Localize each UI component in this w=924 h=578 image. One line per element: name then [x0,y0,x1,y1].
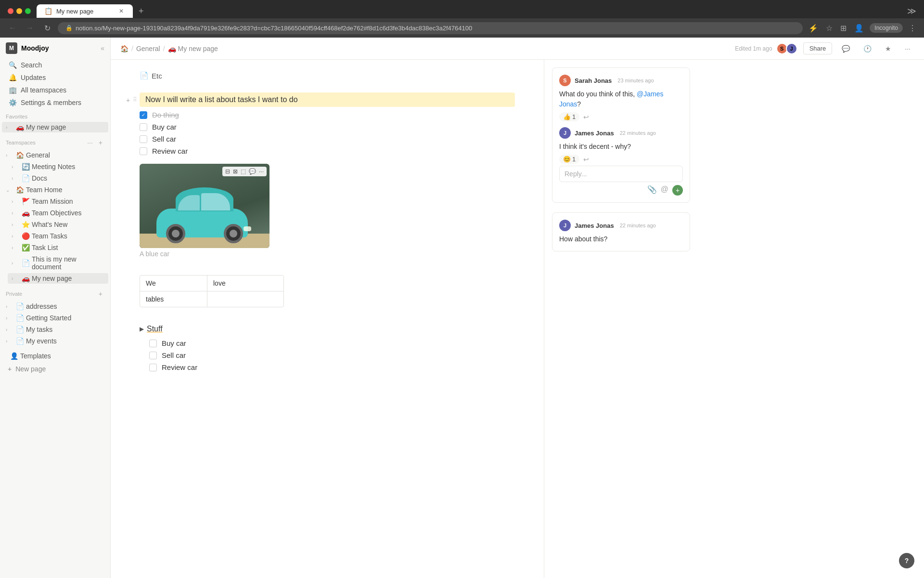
search-label: Search [21,61,42,69]
table-cell-0-1[interactable]: love [207,276,275,291]
mention-button[interactable]: @ [661,185,668,196]
comment-sarah-header: S Sarah Jonas 23 minutes ago [559,75,683,86]
sidebar-item-new-document[interactable]: › 📄 This is my new document [8,254,108,272]
comment-button[interactable]: 💬 [838,43,854,54]
car-image[interactable]: ⊟ ⊠ ⬚ 💬 ··· [140,164,270,248]
add-reaction-button-sarah[interactable]: ↩ [583,113,589,121]
todo-checkbox-2[interactable] [140,135,147,143]
smile-reaction[interactable]: 😊 1 [559,155,579,164]
profile-button[interactable]: 👤 [852,22,866,35]
comment-body-james: I think it's decent - why? [559,142,683,152]
sidebar-item-addresses[interactable]: › 📄 addresses [2,301,108,312]
help-button[interactable]: ? [899,553,914,568]
private-add-button[interactable]: + [97,289,104,299]
sidebar-item-getting-started[interactable]: › 📄 Getting Started [2,313,108,323]
search-nav-item[interactable]: 🔍 Search [3,59,107,71]
add-reaction-button-james[interactable]: ↩ [583,156,589,163]
new-tab-button[interactable]: + [135,4,148,18]
refresh-button[interactable]: ↻ [40,21,54,35]
sidebar-item-my-events[interactable]: › 📄 My events [2,336,108,346]
workspace-header[interactable]: M Moodjoy « [0,38,110,59]
toggle-todo-checkbox-2[interactable] [149,364,157,371]
todo-checkbox-1[interactable] [140,123,147,131]
tab-more-button[interactable]: ≫ [903,4,920,18]
sidebar-item-team-tasks[interactable]: › 🔴 Team Tasks [8,231,108,241]
chevron-icon: › [6,315,13,321]
history-button[interactable]: 🕐 [860,43,875,54]
sidebar-item-whats-new[interactable]: › ⭐ What's New [8,219,108,230]
expand-icon[interactable]: ⬚ [241,168,246,175]
favorite-button[interactable]: ★ [881,43,895,54]
toggle-todo-checkbox-0[interactable] [149,340,157,347]
chevron-icon: › [12,276,19,281]
attach-file-button[interactable]: 📎 [647,185,657,196]
browser-chrome: 📋 My new page ✕ + ≫ ← → ↻ 🔒 notion.so/My… [0,0,924,38]
reply-input[interactable]: Reply... [559,166,683,182]
table-cell-0-0[interactable]: We [140,276,207,291]
all-teamspaces-label: All teamspaces [21,86,66,94]
tab-close-button[interactable]: ✕ [117,7,125,15]
updates-nav-item[interactable]: 🔔 Updates [3,72,107,83]
sidebar-item-my-new-page[interactable]: › 🚗 My new page [8,273,108,284]
sidebar-item-templates[interactable]: 👤 Templates [6,351,104,361]
teamspaces-more-button[interactable]: ··· [85,138,95,147]
toggle-todo-item-2: Review car [149,362,515,372]
drag-handle[interactable]: ⠿ [133,96,137,103]
url-bar[interactable]: 🔒 notion.so/My-new-page-193190a8239a4f9d… [58,22,803,34]
close-button[interactable] [8,8,13,14]
sidebar-item-task-list[interactable]: › ✅ Task List [8,242,108,253]
sidebar-item-my-new-page-fav[interactable]: › 🚗 My new page [2,122,108,132]
sidebar-toggle[interactable]: « [101,44,104,52]
image-comment-icon[interactable]: 💬 [249,168,256,175]
extension-button[interactable]: ⚡ [807,22,820,35]
my-tasks-icon: 📄 [15,326,24,333]
new-document-label: This is my new document [32,255,104,271]
teamspaces-add-button[interactable]: + [97,138,104,147]
breadcrumb-section[interactable]: General [136,45,160,53]
back-button[interactable]: ← [6,21,19,35]
add-block-button[interactable]: + [126,96,130,104]
sidebar-item-general[interactable]: › 🏠 General [2,150,108,160]
todo-checkbox-3[interactable] [140,147,147,155]
favorites-section-header: Favorites [0,109,110,121]
star-button[interactable]: ☆ [824,22,834,35]
plus-icon: + [8,365,12,373]
standalone-body: How about this? [559,234,683,244]
menu-button[interactable]: ⋮ [907,22,918,35]
maximize-button[interactable] [25,8,31,14]
toggle-todo-checkbox-1[interactable] [149,352,157,359]
table-row-0: We love [140,276,283,291]
settings-nav-item[interactable]: ⚙️ Settings & members [3,97,107,108]
forward-button[interactable]: → [23,21,37,35]
new-page-button[interactable]: + New page [6,363,104,375]
todo-checkbox-0[interactable]: ✓ [140,111,147,119]
active-tab[interactable]: 📋 My new page ✕ [37,4,133,18]
sidebar-item-docs[interactable]: › 📄 Docs [8,173,108,184]
grid-button[interactable]: ⊞ [838,22,848,35]
thumbsup-reaction[interactable]: 👍 1 [559,112,579,121]
align-left-icon[interactable]: ⊟ [225,168,230,175]
highlighted-text-block[interactable]: Now I will write a list about tasks I wa… [140,92,515,107]
all-teamspaces-nav-item[interactable]: 🏢 All teamspaces [3,84,107,96]
minimize-button[interactable] [16,8,22,14]
image-more-icon[interactable]: ··· [259,168,264,175]
sidebar-item-my-tasks[interactable]: › 📄 My tasks [2,324,108,335]
toggle-todo-text-2: Review car [162,363,197,371]
sidebar-item-team-objectives[interactable]: › 🚗 Team Objectives [8,208,108,218]
share-button[interactable]: Share [803,42,833,54]
table-cell-1-1[interactable] [207,291,275,307]
sidebar-item-team-mission[interactable]: › 🚩 Team Mission [8,196,108,207]
more-options-button[interactable]: ··· [901,43,914,54]
etc-page-link[interactable]: 📄 Etc [140,69,162,82]
toggle-header[interactable]: ▶ Stuff [140,325,515,333]
smile-count: 1 [572,156,576,163]
sidebar-item-meeting-notes[interactable]: › 🔄 Meeting Notes [8,161,108,172]
chevron-icon: › [12,164,19,170]
sidebar-item-team-home[interactable]: ⌄ 🏠 Team Home [2,184,108,195]
breadcrumb-page[interactable]: 🚗 My new page [168,45,218,53]
add-emoji-button[interactable]: + [672,185,683,196]
edited-time: Edited 1m ago [735,45,772,52]
align-center-icon[interactable]: ⊠ [233,168,238,175]
breadcrumb-home-icon[interactable]: 🏠 [120,45,128,53]
table-cell-1-0[interactable]: tables [140,291,207,307]
